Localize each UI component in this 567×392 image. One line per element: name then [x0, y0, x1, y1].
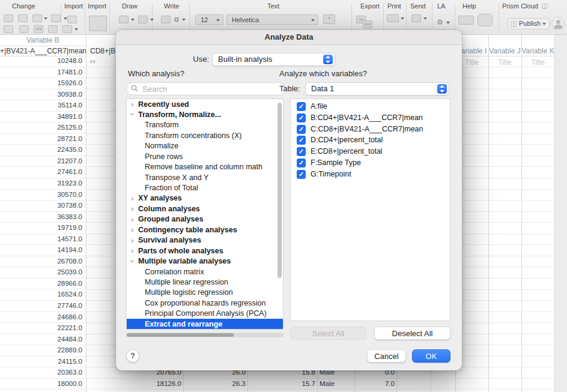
cell-variable-b[interactable]: 22435.0	[0, 145, 86, 156]
disclosure-collapsed-icon[interactable]: ›	[131, 235, 133, 246]
cell-variable-b[interactable]: 16524.0	[0, 289, 86, 301]
variable-checkbox[interactable]: ✓	[297, 102, 306, 111]
disclosure-collapsed-icon[interactable]: ›	[131, 225, 133, 235]
insert-row-icon[interactable]	[4, 14, 13, 22]
print-icon[interactable]	[387, 14, 399, 22]
table-cell[interactable]: 26.3	[187, 379, 246, 390]
search-input[interactable]	[126, 82, 285, 95]
share-dropdown-icon[interactable]	[423, 17, 427, 20]
cell-variable-b[interactable]: 28966.0	[0, 279, 86, 290]
cell-variable-b[interactable]: 30570.0	[0, 190, 86, 201]
delete-row-icon[interactable]	[18, 14, 28, 22]
cell-variable-b[interactable]: 20363.0	[0, 367, 86, 379]
sort-icon[interactable]	[32, 14, 42, 22]
account-avatar[interactable]	[551, 17, 565, 30]
import-table-icon[interactable]	[89, 16, 107, 31]
disclosure-expanded-icon[interactable]: ›	[127, 260, 138, 262]
ok-button[interactable]: OK	[412, 349, 450, 363]
print-dropdown-icon[interactable]	[401, 17, 404, 20]
cell-variable-b[interactable]: 15926.0	[0, 78, 86, 89]
variable-checkbox[interactable]: ✓	[297, 136, 306, 145]
variable-checkbox[interactable]: ✓	[297, 147, 306, 156]
analysis-item[interactable]: Prune rows	[127, 151, 283, 161]
draw-connector-dropdown-icon[interactable]	[150, 19, 154, 21]
cell-variable-b[interactable]: 17481.0	[0, 67, 86, 79]
publish-button[interactable]: ↑Publish	[508, 18, 550, 29]
analysis-item[interactable]: ›Grouped analyses	[127, 214, 283, 225]
greek-dropdown-icon[interactable]	[182, 19, 186, 21]
pie-dropdown-icon[interactable]	[74, 28, 78, 31]
analysis-item[interactable]: Transpose X and Y	[127, 172, 283, 182]
cell-variable-b[interactable]: 30938.0	[0, 89, 86, 101]
use-popup[interactable]: Built-in analysis	[212, 53, 335, 66]
disclosure-collapsed-icon[interactable]: ›	[131, 246, 133, 256]
column-header-variable-b[interactable]: Variable B	[0, 36, 86, 44]
column-title-placeholder[interactable]: Title	[488, 58, 521, 67]
disclosure-collapsed-icon[interactable]: ›	[131, 99, 133, 109]
sort-dropdown-icon[interactable]	[44, 17, 47, 20]
column-sort-marker-icon[interactable]: ∧∨	[89, 59, 96, 64]
analysis-item[interactable]: Remove baseline and column math	[127, 162, 283, 172]
cell-variable-b[interactable]: 25125.0	[0, 122, 86, 134]
delete-icon[interactable]	[4, 25, 13, 33]
variable-row[interactable]: ✓F:Sample Type	[291, 158, 450, 169]
cell-variable-b[interactable]: 19719.0	[0, 223, 86, 234]
disclosure-collapsed-icon[interactable]: ›	[131, 204, 133, 214]
cloud-info-icon[interactable]: ⓘ	[542, 2, 548, 11]
number-format-icon[interactable]: 123	[34, 25, 43, 33]
variable-checkbox[interactable]: ✓	[297, 158, 306, 167]
cell-variable-b[interactable]: 28721.0	[0, 134, 86, 145]
analysis-item[interactable]: Multiple linear regression	[127, 277, 283, 287]
cell-variable-b[interactable]: 21207.0	[0, 156, 86, 167]
font-size-select[interactable]: 12	[195, 14, 223, 25]
import-file-icon[interactable]	[67, 16, 77, 23]
graduation-cap-icon[interactable]	[458, 16, 474, 25]
scrollbar-gutter[interactable]	[554, 34, 567, 392]
analysis-item[interactable]: Normalize	[127, 141, 283, 151]
table-cell[interactable]: Male	[320, 379, 353, 390]
variable-checkbox[interactable]: ✓	[297, 113, 306, 122]
cell-variable-b[interactable]: 24115.0	[0, 357, 86, 368]
cell-variable-b[interactable]: 36383.0	[0, 212, 86, 223]
cell-variable-b[interactable]: 22221.0	[0, 323, 86, 334]
table-cell[interactable]: 15.7	[252, 379, 315, 390]
cell-variable-b[interactable]: 10248.0	[0, 56, 86, 67]
select-all-button[interactable]: Select All	[290, 327, 366, 340]
help-guides-icon[interactable]	[478, 14, 493, 26]
cell-variable-b[interactable]: 24484.0	[0, 334, 86, 346]
cell-variable-b[interactable]: 26708.0	[0, 256, 86, 268]
cell-variable-b[interactable]: 30738.0	[0, 201, 86, 212]
pie-icon[interactable]	[62, 25, 72, 33]
analysis-item[interactable]: ›Transform, Normalize...	[127, 109, 283, 119]
analysis-item[interactable]: ›Column analyses	[127, 204, 283, 214]
horizontal-scrollbar-thumb[interactable]	[127, 333, 234, 337]
cell-variable-b[interactable]: 27461.0	[0, 167, 86, 178]
horizontal-scrollbar[interactable]	[126, 333, 284, 337]
analysis-item[interactable]: Correlation matrix	[127, 267, 283, 277]
variable-row[interactable]: ✓C:CD8+|BV421-A___CCR7|mean	[291, 124, 450, 136]
draw-connector-icon[interactable]	[138, 16, 148, 23]
analysis-item[interactable]: Cox proportional hazards regression	[127, 298, 283, 308]
table-popup[interactable]: Data 1	[305, 82, 449, 95]
export-xml-icon[interactable]: xml	[363, 20, 372, 28]
variable-checkbox[interactable]: ✓	[297, 125, 306, 134]
disclosure-collapsed-icon[interactable]: ›	[131, 193, 133, 204]
decimal-icon[interactable]	[19, 25, 29, 33]
cell-variable-b[interactable]: 34891.0	[0, 112, 86, 123]
exclude-values-icon[interactable]	[48, 25, 58, 33]
analysis-item[interactable]: ›Parts of whole analyses	[127, 246, 283, 256]
analysis-item[interactable]: ›Survival analyses	[127, 235, 283, 246]
analysis-item[interactable]: Fraction of Total	[127, 183, 283, 193]
variable-row[interactable]: ✓A:file	[291, 101, 450, 113]
write-note-icon[interactable]	[161, 16, 171, 23]
text-style-icon[interactable]: A	[323, 14, 335, 24]
variable-row[interactable]: ✓E:CD8+|percent_total	[291, 146, 450, 158]
help-button[interactable]: ?	[126, 349, 139, 363]
deselect-all-button[interactable]: Deselect All	[374, 327, 450, 340]
variable-checkbox[interactable]: ✓	[297, 170, 306, 179]
disclosure-collapsed-icon[interactable]: ›	[131, 214, 133, 225]
draw-shape-dropdown-icon[interactable]	[131, 19, 135, 21]
labarchives-gear-icon[interactable]: ⚙	[437, 18, 443, 26]
analysis-item[interactable]: Principal Component Analysis (PCA)	[127, 309, 283, 319]
labarchives-dropdown-icon[interactable]	[446, 22, 450, 24]
